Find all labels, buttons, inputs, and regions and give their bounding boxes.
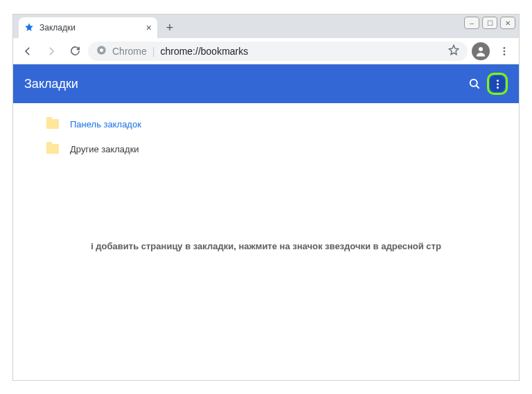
reload-button[interactable] (64, 41, 85, 62)
svg-point-3 (504, 47, 506, 49)
browser-toolbar: Chrome | chrome://bookmarks (13, 38, 519, 64)
omnibox-divider: | (152, 46, 155, 57)
folder-label: Другие закладки (70, 144, 139, 154)
new-tab-button[interactable]: + (160, 18, 179, 37)
address-bar[interactable]: Chrome | chrome://bookmarks (88, 42, 468, 61)
folder-icon (46, 144, 59, 154)
svg-line-7 (477, 86, 479, 89)
maximize-button[interactable]: ☐ (482, 17, 497, 29)
tab-title: Закладки (39, 23, 141, 33)
more-vert-icon (490, 75, 505, 92)
browser-menu-button[interactable] (494, 41, 515, 62)
page-title: Закладки (24, 77, 462, 91)
window-controls: – ☐ ✕ (464, 14, 520, 29)
profile-avatar[interactable] (472, 42, 490, 60)
folder-other-bookmarks[interactable]: Другие закладки (13, 136, 519, 161)
back-button[interactable] (17, 41, 38, 62)
browser-window: – ☐ ✕ Закладки × + Chrome | (12, 14, 520, 381)
bookmarks-page: Закладки Панель закладок Другие закладки (13, 64, 519, 380)
empty-state-hint: і добавить страницу в закладки, нажмите … (12, 241, 520, 251)
bookmark-folder-list: Панель закладок Другие закладки (13, 103, 519, 170)
bookmarks-header: Закладки (13, 64, 519, 103)
tab-close-button[interactable]: × (146, 22, 152, 33)
omnibox-origin: Chrome (112, 46, 147, 57)
folder-label: Панель закладок (70, 119, 141, 129)
search-bookmarks-button[interactable] (462, 71, 487, 96)
folder-icon (46, 119, 59, 129)
close-window-button[interactable]: ✕ (500, 17, 515, 29)
svg-point-6 (470, 80, 477, 87)
svg-point-4 (504, 50, 506, 52)
star-icon (24, 22, 34, 34)
svg-point-2 (479, 47, 483, 51)
site-chrome-icon (96, 45, 107, 57)
bookmark-star-icon[interactable] (448, 44, 459, 57)
folder-bookmarks-bar[interactable]: Панель закладок (13, 111, 519, 136)
bookmarks-more-button-highlighted[interactable] (487, 73, 508, 95)
forward-button[interactable] (41, 41, 62, 62)
svg-point-1 (100, 48, 103, 52)
minimize-button[interactable]: – (464, 17, 479, 29)
svg-point-5 (504, 53, 506, 55)
tab-strip: Закладки × + (13, 15, 519, 38)
omnibox-path: chrome://bookmarks (160, 46, 248, 57)
browser-tab[interactable]: Закладки × (19, 17, 157, 38)
